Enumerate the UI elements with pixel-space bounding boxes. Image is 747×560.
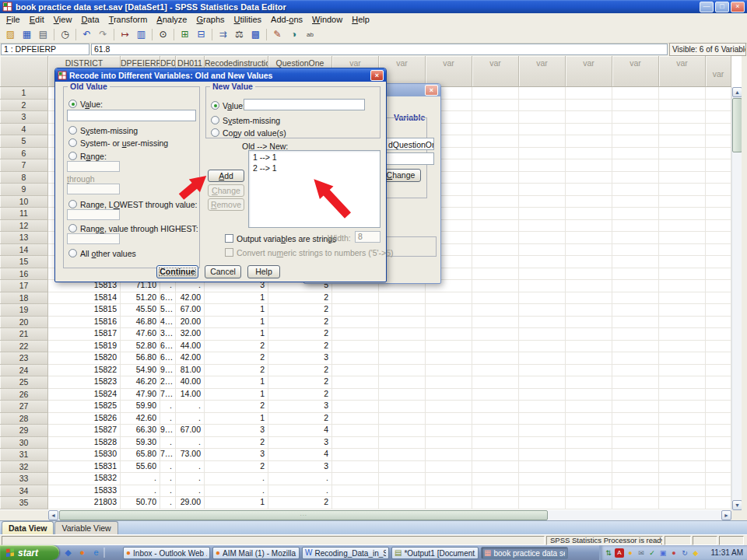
- table-cell[interactable]: [706, 449, 731, 461]
- range-highest-input[interactable]: [67, 233, 120, 244]
- table-cell[interactable]: [612, 304, 659, 317]
- table-cell[interactable]: [519, 485, 566, 498]
- column-header-var[interactable]: var: [706, 56, 731, 87]
- table-cell[interactable]: [379, 425, 426, 437]
- menu-utilities[interactable]: Utilities: [230, 14, 266, 25]
- table-cell[interactable]: 15817: [48, 328, 121, 341]
- table-cell[interactable]: [519, 196, 566, 208]
- table-cell[interactable]: [566, 172, 612, 184]
- table-cell[interactable]: 15826: [48, 413, 121, 425]
- cancel-button[interactable]: Cancel: [205, 265, 241, 278]
- new-value-input[interactable]: [244, 99, 365, 110]
- table-cell[interactable]: .: [160, 461, 176, 474]
- tray-security-icon[interactable]: ◆: [691, 548, 700, 558]
- table-cell[interactable]: .: [160, 497, 176, 509]
- table-cell[interactable]: [332, 341, 379, 353]
- table-cell[interactable]: [472, 184, 519, 196]
- table-cell[interactable]: [706, 208, 731, 220]
- table-cell[interactable]: [566, 135, 612, 148]
- table-cell[interactable]: [519, 208, 566, 220]
- table-cell[interactable]: [472, 280, 519, 292]
- table-cell[interactable]: 1: [205, 328, 268, 341]
- table-cell[interactable]: 1: [205, 292, 268, 305]
- row-header[interactable]: 11: [0, 208, 48, 220]
- tray-network-icon[interactable]: ▣: [658, 548, 668, 558]
- table-cell[interactable]: [472, 304, 519, 317]
- output-strings-checkbox[interactable]: [225, 234, 233, 243]
- table-cell[interactable]: 3: [268, 437, 332, 450]
- table-cell[interactable]: [519, 352, 566, 365]
- menu-data[interactable]: Data: [76, 14, 103, 25]
- table-cell[interactable]: [426, 485, 472, 498]
- table-cell[interactable]: [332, 365, 379, 377]
- table-cell[interactable]: [472, 401, 519, 413]
- tab-data-view[interactable]: Data View: [2, 521, 54, 534]
- table-cell[interactable]: .: [205, 485, 268, 498]
- table-cell[interactable]: [379, 328, 426, 341]
- table-cell[interactable]: [612, 184, 659, 196]
- table-cell[interactable]: [566, 87, 612, 100]
- table-cell[interactable]: [472, 485, 519, 498]
- table-cell[interactable]: [379, 352, 426, 365]
- table-cell[interactable]: 40.00: [176, 376, 205, 389]
- range-low-input[interactable]: [67, 161, 120, 172]
- table-cell[interactable]: 3…: [160, 328, 176, 341]
- table-cell[interactable]: .: [160, 473, 176, 485]
- table-cell[interactable]: [566, 304, 612, 317]
- table-cell[interactable]: [706, 100, 731, 112]
- row-header[interactable]: 3: [0, 111, 48, 124]
- table-cell[interactable]: 47.60: [121, 328, 160, 341]
- table-cell[interactable]: [472, 124, 519, 136]
- table-cell[interactable]: [519, 172, 566, 184]
- table-cell[interactable]: [566, 449, 612, 461]
- open-file-icon[interactable]: ▨: [2, 27, 19, 42]
- table-cell[interactable]: [519, 365, 566, 377]
- row-header[interactable]: 28: [0, 413, 48, 425]
- table-cell[interactable]: [519, 256, 566, 268]
- row-header[interactable]: 30: [0, 437, 48, 450]
- new-system-missing-radio[interactable]: [211, 116, 219, 124]
- table-cell[interactable]: 2: [205, 437, 268, 450]
- continue-button[interactable]: Continue: [156, 265, 198, 278]
- row-header[interactable]: 26: [0, 389, 48, 401]
- table-cell[interactable]: [612, 365, 659, 377]
- table-cell[interactable]: 3: [268, 461, 332, 474]
- table-cell[interactable]: [566, 497, 612, 509]
- table-cell[interactable]: [332, 449, 379, 461]
- tray-utility-icon[interactable]: ⇅: [604, 548, 613, 558]
- range-high-input[interactable]: [67, 184, 120, 194]
- table-cell[interactable]: 15816: [48, 317, 121, 329]
- scroll-right-icon[interactable]: ►: [721, 510, 731, 520]
- row-header[interactable]: 29: [0, 425, 48, 437]
- table-cell[interactable]: .: [176, 485, 205, 498]
- table-cell[interactable]: [472, 159, 519, 172]
- old-value-radio[interactable]: [68, 100, 77, 108]
- row-header[interactable]: 22: [0, 341, 48, 353]
- table-cell[interactable]: [659, 413, 706, 425]
- table-cell[interactable]: [659, 220, 706, 233]
- table-cell[interactable]: [706, 232, 731, 244]
- table-cell[interactable]: [706, 244, 731, 257]
- save-icon[interactable]: ▦: [19, 27, 35, 42]
- table-cell[interactable]: [566, 232, 612, 244]
- use-variable-sets-icon[interactable]: ✎: [269, 27, 286, 42]
- table-cell[interactable]: [612, 341, 659, 353]
- table-cell[interactable]: [612, 87, 659, 100]
- table-cell[interactable]: 50.70: [121, 497, 160, 509]
- table-cell[interactable]: [659, 365, 706, 377]
- table-cell[interactable]: [426, 461, 472, 474]
- table-cell[interactable]: [706, 135, 731, 148]
- column-header-var[interactable]: var: [472, 56, 519, 87]
- table-cell[interactable]: .: [160, 437, 176, 450]
- table-cell[interactable]: [332, 401, 379, 413]
- table-cell[interactable]: [612, 268, 659, 281]
- insert-variable-icon[interactable]: ⊟: [193, 27, 209, 42]
- table-cell[interactable]: [706, 111, 731, 124]
- table-cell[interactable]: 2: [268, 389, 332, 401]
- table-cell[interactable]: [379, 365, 426, 377]
- restore-icon[interactable]: □: [715, 2, 729, 12]
- tray-update-icon[interactable]: ✓: [647, 548, 657, 558]
- table-cell[interactable]: 65.80: [121, 449, 160, 461]
- table-cell[interactable]: [659, 461, 706, 474]
- row-header[interactable]: 16: [0, 268, 48, 281]
